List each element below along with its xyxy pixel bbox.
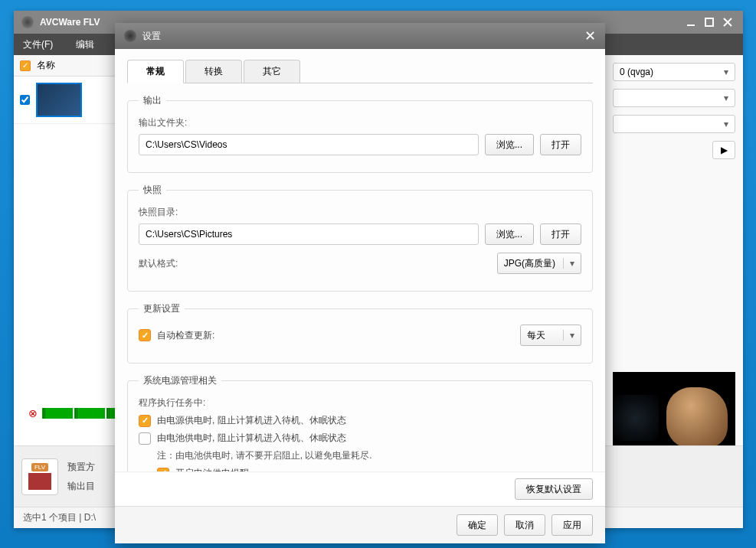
tabs: 常规 转换 其它 xyxy=(127,60,593,83)
cancel-button[interactable]: 取消 xyxy=(504,514,545,536)
svg-rect-0 xyxy=(687,24,695,26)
tab-other[interactable]: 其它 xyxy=(244,60,300,83)
snapshot-dir-label: 快照目录: xyxy=(139,206,581,219)
waveform-segment xyxy=(42,408,73,419)
snapshot-browse-button[interactable]: 浏览... xyxy=(485,223,534,245)
update-frequency-select[interactable]: 每天 xyxy=(520,325,581,346)
output-legend: 输出 xyxy=(139,94,166,107)
dialog-title: 设置 xyxy=(142,30,161,43)
ac-prevent-label: 由电源供电时, 阻止计算机进入待机、休眠状态 xyxy=(157,414,346,427)
tab-general[interactable]: 常规 xyxy=(127,60,184,83)
minimize-button[interactable] xyxy=(683,16,699,28)
update-legend: 更新设置 xyxy=(139,302,185,315)
waveform-delete-icon[interactable]: ⊗ xyxy=(28,407,38,419)
app-logo-icon xyxy=(21,16,34,28)
snapshot-format-label: 默认格式: xyxy=(139,257,491,270)
maximize-button[interactable] xyxy=(702,16,717,28)
option-dropdown-2[interactable] xyxy=(613,89,735,107)
file-checkbox[interactable] xyxy=(20,95,30,105)
snapshot-legend: 快照 xyxy=(139,184,166,197)
apply-button[interactable]: 应用 xyxy=(551,514,593,536)
snapshot-fieldset: 快照 快照目录: 浏览... 打开 默认格式: JPG(高质量) xyxy=(127,184,593,292)
output-fieldset: 输出 输出文件夹: 浏览... 打开 xyxy=(127,94,593,173)
dialog-close-button[interactable]: ✕ xyxy=(584,28,596,44)
snapshot-open-button[interactable]: 打开 xyxy=(540,223,581,245)
power-note: 注：由电池供电时, 请不要开启阻止, 以避免电量耗尽. xyxy=(157,449,581,462)
restore-defaults-button[interactable]: 恢复默认设置 xyxy=(515,478,593,500)
status-text: 选中1 个项目 | D:\ xyxy=(23,511,96,524)
output-open-button[interactable]: 打开 xyxy=(540,134,581,155)
menu-edit[interactable]: 编辑 xyxy=(76,38,94,51)
battery-prevent-label: 由电池供电时, 阻止计算机进入待机、休眠状态 xyxy=(157,432,346,445)
right-panel: 0 (qvga) ▶ 00:00:00 / 00:00:09 🔊 ⟳ 📷 xyxy=(605,55,743,507)
power-legend: 系统电源管理相关 xyxy=(139,374,221,387)
preset-label: 预置方 xyxy=(67,461,95,474)
snapshot-dir-input[interactable] xyxy=(139,223,479,245)
app-title: AVCWare FLV xyxy=(40,17,100,28)
auto-update-label: 自动检查更新: xyxy=(157,329,214,342)
battery-prevent-checkbox[interactable] xyxy=(139,432,151,445)
dialog-logo-icon xyxy=(124,30,136,42)
power-fieldset: 系统电源管理相关 程序执行任务中: 由电源供电时, 阻止计算机进入待机、休眠状态… xyxy=(127,374,593,471)
settings-dialog: 设置 ✕ 常规 转换 其它 输出 输出文件夹: 浏览... 打开 快照 快照目录… xyxy=(115,23,605,543)
profile-dropdown[interactable]: 0 (qvga) xyxy=(613,63,735,81)
output-label: 输出目 xyxy=(67,480,95,493)
column-name: 名称 xyxy=(37,59,55,72)
power-running-label: 程序执行任务中: xyxy=(139,396,581,409)
waveform-segment xyxy=(74,408,105,419)
ok-button[interactable]: 确定 xyxy=(457,514,498,536)
ac-prevent-checkbox[interactable] xyxy=(139,415,151,427)
close-button[interactable] xyxy=(720,16,735,28)
auto-update-checkbox[interactable] xyxy=(139,329,151,341)
svg-rect-1 xyxy=(705,18,713,26)
update-fieldset: 更新设置 自动检查更新: 每天 xyxy=(127,302,593,364)
output-folder-label: 输出文件夹: xyxy=(139,116,581,129)
tab-convert[interactable]: 转换 xyxy=(185,60,242,83)
dialog-titlebar: 设置 ✕ xyxy=(115,23,605,49)
output-folder-input[interactable] xyxy=(139,134,479,155)
play-preview-button[interactable]: ▶ xyxy=(712,141,735,159)
snapshot-format-select[interactable]: JPG(高质量) xyxy=(497,253,581,274)
select-all-checkbox[interactable] xyxy=(20,60,31,71)
menu-file[interactable]: 文件(F) xyxy=(23,38,53,51)
output-browse-button[interactable]: 浏览... xyxy=(485,134,534,155)
file-thumbnail xyxy=(36,83,82,117)
option-dropdown-3[interactable] xyxy=(613,115,735,133)
flv-format-icon: FLV xyxy=(21,458,58,495)
